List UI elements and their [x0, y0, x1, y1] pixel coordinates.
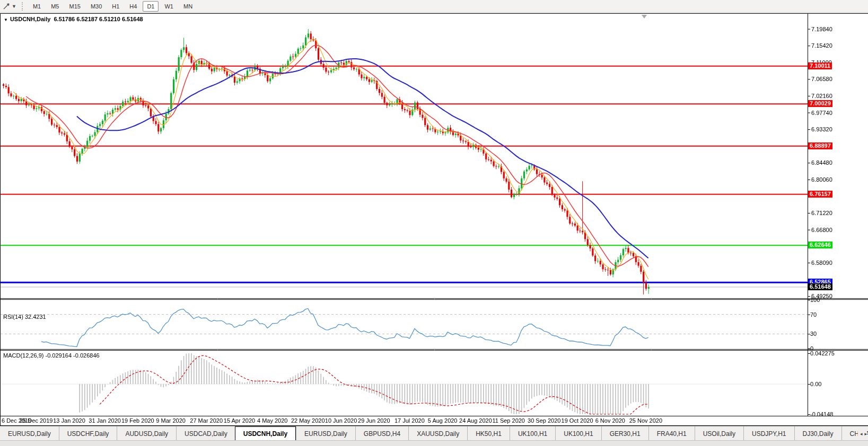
date-axis-label: 6 Nov 2020: [595, 417, 625, 424]
date-axis-label: 11 Sep 2020: [492, 417, 525, 424]
chart-tab-usdjpy-h1[interactable]: USDJPY,H1: [743, 426, 794, 441]
timeframe-buttons: M1M5M15M30H1H4D1W1MN: [29, 1, 198, 12]
price-axis-tick: 6.84480: [811, 159, 832, 166]
macd-axis-tick: 0.00: [810, 381, 821, 387]
date-axis-label: 9 Mar 2020: [156, 417, 186, 424]
date-axis-label: 29 Jun 2020: [358, 417, 390, 424]
date-axis-label: 24 Aug 2020: [459, 417, 492, 424]
timeframe-h4[interactable]: H4: [125, 1, 141, 12]
chart-tab-usdcnh-daily[interactable]: USDCNH,Daily: [235, 426, 296, 441]
price-axis-tick: 7.06580: [811, 76, 832, 82]
timeframe-m1[interactable]: M1: [29, 1, 45, 12]
rsi-axis-tick: 70: [810, 311, 817, 318]
date-axis-label: 19 Oct 2020: [562, 417, 593, 424]
price-axis-tick: 7.19840: [811, 26, 832, 32]
date-axis-label: 4 May 2020: [257, 417, 287, 424]
price-line-label: 6.62646: [808, 242, 832, 248]
chart-tab-bar: EURUSD,DailyUSDCHF,DailyAUDUSD,DailyUSDC…: [0, 426, 868, 441]
price-line-label: 6.88897: [808, 142, 832, 149]
candlestick-chart-canvas[interactable]: [1, 14, 868, 426]
rsi-axis-tick: 30: [810, 331, 817, 337]
timeframe-h1[interactable]: H1: [108, 1, 124, 12]
chart-tab-usoil-daily[interactable]: USOil,Daily: [695, 426, 743, 441]
price-axis-tick: 6.58090: [811, 260, 832, 266]
date-axis-label: 13 Jan 2020: [53, 417, 85, 424]
date-axis-label: 31 Jan 2020: [89, 417, 121, 424]
date-axis-label: 15 Apr 2020: [224, 417, 255, 424]
date-axis-label: 27 Mar 2020: [190, 417, 223, 424]
date-axis-label: 5 Aug 2020: [428, 417, 458, 424]
price-axis-tick: 6.66800: [811, 227, 832, 233]
chart-tabs: EURUSD,DailyUSDCHF,DailyAUDUSD,DailyUSDC…: [0, 426, 868, 441]
mt4-window: ▼ M1M5M15M30H1H4D1W1MN ▼USDCNH,Daily 6.5…: [0, 0, 868, 446]
date-axis-label: 19 Feb 2020: [121, 417, 154, 424]
price-line-label: 6.76157: [808, 191, 832, 198]
chart-tab-usdcad-daily[interactable]: USDCAD,Daily: [176, 426, 235, 441]
chart-shift-marker[interactable]: [642, 15, 647, 19]
price-axis-tick: 7.02160: [811, 93, 832, 99]
chevron-down-icon[interactable]: ▼: [12, 4, 16, 9]
chart-collapse-icon[interactable]: ▼: [4, 17, 8, 22]
chart-tab-dj30-daily[interactable]: DJ30,Daily: [794, 426, 841, 441]
rsi-indicator-label: RSI(14) 32.4231: [3, 314, 46, 320]
chart-tab-hk50-h1[interactable]: HK50,H1: [467, 426, 510, 441]
chart-tab-xauusd-daily[interactable]: XAUUSD,Daily: [408, 426, 467, 441]
timeframe-m5[interactable]: M5: [47, 1, 63, 12]
tab-scroll-left-icon[interactable]: ◂: [860, 431, 863, 436]
timeframe-m15[interactable]: M15: [65, 1, 84, 12]
date-axis-label: 25 Nov 2020: [629, 417, 662, 424]
date-axis-label: 30 Sep 2020: [528, 417, 560, 424]
current-price-label: 6.51648: [808, 283, 832, 290]
date-axis-label: 22 May 2020: [291, 417, 325, 424]
macd-axis-tick: 0.042275: [810, 350, 835, 356]
date-axis-label: 25 Dec 2019: [20, 417, 52, 424]
timeframe-w1[interactable]: W1: [160, 1, 178, 12]
price-axis-tick: 6.80060: [811, 176, 832, 183]
macd-indicator-label: MACD(12,26,9) -0.029164 -0.026846: [3, 352, 100, 359]
timeframe-d1[interactable]: D1: [143, 1, 159, 12]
chart-tab-ger30-h1[interactable]: GER30,H1: [601, 426, 648, 441]
tab-bar-bottom-strip: [0, 440, 868, 446]
chart-symbol-label: USDCNH,Daily: [10, 16, 50, 22]
chart-tab-eurusd-daily[interactable]: EURUSD,Daily: [296, 426, 355, 441]
chart-tab-uk100-h1[interactable]: UK100,H1: [510, 426, 555, 441]
date-axis-label: 10 Jun 2020: [325, 417, 357, 424]
cursor-crosshair-icon[interactable]: [2, 2, 11, 11]
rsi-axis-tick: 100: [810, 297, 820, 303]
chart-tab-audusd-daily[interactable]: AUDUSD,Daily: [117, 426, 176, 441]
price-axis-tick: 7.15420: [811, 42, 832, 49]
timeframe-toolbar: ▼ M1M5M15M30H1H4D1W1MN: [0, 0, 868, 13]
timeframe-mn[interactable]: MN: [179, 1, 197, 12]
chart-tab-eurusd-daily[interactable]: EURUSD,Daily: [0, 426, 59, 441]
price-axis-tick: 6.93320: [811, 126, 832, 132]
chart-tab-fra40-h1[interactable]: FRA40,H1: [648, 426, 695, 441]
chart-tab-uk100-h1[interactable]: UK100,H1: [555, 426, 601, 441]
tab-scroll-right-icon[interactable]: ▸: [864, 431, 867, 436]
timeframe-m30[interactable]: M30: [86, 1, 106, 12]
price-axis-tick: 6.97740: [811, 110, 832, 116]
chart-tab-usdchf-daily[interactable]: USDCHF,Daily: [59, 426, 117, 441]
price-axis-tick: 6.71220: [811, 210, 832, 216]
price-line-label: 7.00029: [808, 100, 832, 107]
tab-scroll-arrows: ◂ ▸: [858, 426, 867, 441]
chart-window: ▼USDCNH,Daily 6.51786 6.52187 6.51210 6.…: [0, 13, 868, 426]
chart-tab-gbpusd-h4[interactable]: GBPUSD,H4: [355, 426, 408, 441]
macd-axis-tick: -0.04148: [810, 411, 833, 417]
chart-ohlc-values: 6.51786 6.52187 6.51210 6.51648: [54, 16, 143, 22]
date-axis-label: 17 Jul 2020: [394, 417, 425, 424]
toolbar-grip[interactable]: [22, 2, 24, 11]
chart-title: ▼USDCNH,Daily 6.51786 6.52187 6.51210 6.…: [4, 16, 143, 22]
price-line-label: 7.10011: [808, 63, 832, 69]
